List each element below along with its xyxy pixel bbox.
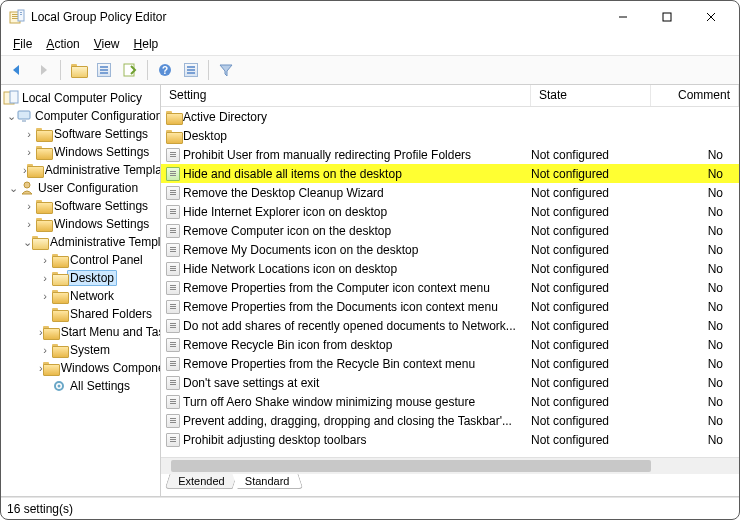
- chevron-right-icon[interactable]: ›: [23, 218, 35, 230]
- row-comment: No: [651, 338, 739, 352]
- chevron-down-icon[interactable]: ⌄: [7, 110, 16, 123]
- export-button[interactable]: [118, 58, 142, 82]
- tree-uc-software[interactable]: Software Settings: [51, 199, 151, 213]
- tree-cc-windows[interactable]: Windows Settings: [51, 145, 152, 159]
- menu-view[interactable]: View: [88, 35, 126, 53]
- chevron-right-icon[interactable]: ›: [23, 146, 35, 158]
- list-row[interactable]: Don't save settings at exitNot configure…: [161, 373, 739, 392]
- tree-desktop[interactable]: Desktop: [67, 270, 117, 286]
- svg-rect-6: [20, 14, 22, 15]
- tree-startmenu[interactable]: Start Menu and Taskbar: [58, 325, 161, 339]
- tree-uc-admin[interactable]: Administrative Templates: [47, 235, 161, 249]
- list-row[interactable]: Prevent adding, dragging, dropping and c…: [161, 411, 739, 430]
- list-row[interactable]: Remove Properties from the Recycle Bin c…: [161, 354, 739, 373]
- list-row[interactable]: Remove Recycle Bin icon from desktopNot …: [161, 335, 739, 354]
- svg-rect-1: [12, 14, 18, 15]
- row-comment: No: [651, 262, 739, 276]
- tree-uc-windows[interactable]: Windows Settings: [51, 217, 152, 231]
- tree-wincomp[interactable]: Windows Components: [58, 361, 161, 375]
- list-row[interactable]: Remove My Documents icon on the desktopN…: [161, 240, 739, 259]
- tree-pane[interactable]: Local Computer Policy ⌄Computer Configur…: [1, 85, 161, 496]
- tree-network[interactable]: Network: [67, 289, 117, 303]
- chevron-down-icon[interactable]: ⌄: [23, 236, 32, 249]
- folder-icon: [35, 144, 51, 160]
- chevron-down-icon[interactable]: ⌄: [7, 182, 19, 195]
- list-row[interactable]: Hide Network Locations icon on desktopNo…: [161, 259, 739, 278]
- close-button[interactable]: [689, 2, 733, 32]
- chevron-right-icon[interactable]: ›: [39, 290, 51, 302]
- help-button[interactable]: ?: [153, 58, 177, 82]
- filter-button[interactable]: [214, 58, 238, 82]
- tree-user-config[interactable]: User Configuration: [35, 181, 141, 195]
- list-row[interactable]: Active Directory: [161, 107, 739, 126]
- tree-cc-software[interactable]: Software Settings: [51, 127, 151, 141]
- list-row[interactable]: Do not add shares of recently opened doc…: [161, 316, 739, 335]
- column-state[interactable]: State: [531, 85, 651, 106]
- maximize-button[interactable]: [645, 2, 689, 32]
- row-state: Not configured: [531, 338, 651, 352]
- menu-help[interactable]: Help: [128, 35, 165, 53]
- chevron-right-icon[interactable]: ›: [23, 200, 35, 212]
- nav-back-button[interactable]: [5, 58, 29, 82]
- list-row[interactable]: Prohibit User from manually redirecting …: [161, 145, 739, 164]
- folder-icon: [51, 270, 67, 286]
- row-setting: Hide and disable all items on the deskto…: [183, 167, 531, 181]
- row-state: Not configured: [531, 243, 651, 257]
- computer-icon: [16, 108, 32, 124]
- tree-computer-config[interactable]: Computer Configuration: [32, 109, 161, 123]
- list-row[interactable]: Hide Internet Explorer icon on desktopNo…: [161, 202, 739, 221]
- tree-root[interactable]: Local Computer Policy: [19, 91, 145, 105]
- policy-icon: [165, 318, 181, 334]
- list-row[interactable]: Remove the Desktop Cleanup WizardNot con…: [161, 183, 739, 202]
- svg-point-20: [58, 385, 61, 388]
- menu-action[interactable]: Action: [40, 35, 85, 53]
- policy-icon: [165, 242, 181, 258]
- row-state: Not configured: [531, 357, 651, 371]
- minimize-button[interactable]: [601, 2, 645, 32]
- statusbar: 16 setting(s): [1, 497, 739, 519]
- show-hide-tree-button[interactable]: [92, 58, 116, 82]
- up-button[interactable]: [66, 58, 90, 82]
- tree-cc-admin[interactable]: Administrative Templates: [42, 163, 161, 177]
- chevron-right-icon[interactable]: ›: [23, 128, 35, 140]
- properties-button[interactable]: [179, 58, 203, 82]
- toolbar: ?: [1, 55, 739, 85]
- tree-shared[interactable]: Shared Folders: [67, 307, 155, 321]
- list-row[interactable]: Remove Properties from the Documents ico…: [161, 297, 739, 316]
- folder-icon: [43, 360, 58, 376]
- chevron-right-icon[interactable]: ›: [39, 272, 51, 284]
- tree-allsettings[interactable]: All Settings: [67, 379, 133, 393]
- nav-forward-button[interactable]: [31, 58, 55, 82]
- folder-icon: [35, 198, 51, 214]
- tab-extended[interactable]: Extended: [165, 474, 238, 489]
- chevron-right-icon[interactable]: ›: [39, 344, 51, 356]
- tree-control-panel[interactable]: Control Panel: [67, 253, 146, 267]
- app-icon: [9, 9, 25, 25]
- row-state: Not configured: [531, 319, 651, 333]
- menu-file[interactable]: File: [7, 35, 38, 53]
- list-row[interactable]: Remove Computer icon on the desktopNot c…: [161, 221, 739, 240]
- column-setting[interactable]: Setting: [161, 85, 531, 106]
- policy-icon: [165, 223, 181, 239]
- row-setting: Remove Recycle Bin icon from desktop: [183, 338, 531, 352]
- row-state: Not configured: [531, 395, 651, 409]
- tree-system[interactable]: System: [67, 343, 113, 357]
- column-comment[interactable]: Comment: [651, 85, 739, 106]
- horizontal-scrollbar[interactable]: [161, 457, 739, 474]
- list-row[interactable]: Remove Properties from the Computer icon…: [161, 278, 739, 297]
- view-tabs: Extended Standard: [161, 474, 739, 496]
- scrollbar-thumb[interactable]: [171, 460, 651, 472]
- row-comment: No: [651, 167, 739, 181]
- chevron-right-icon[interactable]: ›: [39, 254, 51, 266]
- tab-standard[interactable]: Standard: [233, 474, 304, 489]
- list-row[interactable]: Hide and disable all items on the deskto…: [161, 164, 739, 183]
- list-row[interactable]: Desktop: [161, 126, 739, 145]
- policy-icon: [165, 356, 181, 372]
- settings-list[interactable]: Active DirectoryDesktopProhibit User fro…: [161, 107, 739, 457]
- row-setting: Desktop: [183, 129, 531, 143]
- folder-icon: [165, 128, 181, 144]
- list-row[interactable]: Prohibit adjusting desktop toolbarsNot c…: [161, 430, 739, 449]
- row-setting: Remove Properties from the Documents ico…: [183, 300, 531, 314]
- row-state: Not configured: [531, 224, 651, 238]
- list-row[interactable]: Turn off Aero Shake window minimizing mo…: [161, 392, 739, 411]
